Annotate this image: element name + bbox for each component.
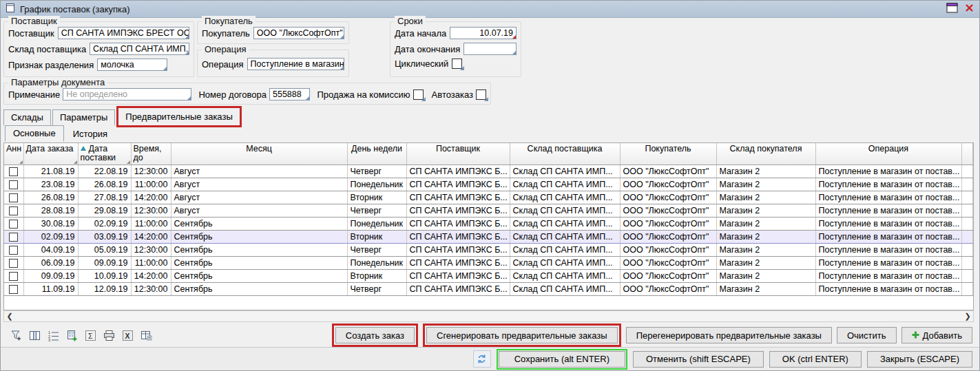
- cell-buyer_wh[interactable]: Магазин 2: [716, 269, 815, 282]
- cell-time[interactable]: 12:30:00: [131, 165, 171, 178]
- cell-supplier[interactable]: СП САНТА ИМПЭКС Б...: [406, 269, 510, 282]
- cell-operation[interactable]: Поступление в магазин от постав...: [815, 230, 961, 243]
- cell-month[interactable]: Август: [171, 165, 347, 178]
- cell-buyer[interactable]: ООО "ЛюксСофтОпт": [620, 204, 716, 217]
- cell-month[interactable]: Сентябрь: [171, 217, 347, 230]
- column-header-8[interactable]: Склад поставщика: [510, 143, 620, 165]
- cell-operation[interactable]: Поступление в магазин от постав...: [815, 165, 961, 178]
- cell-delivery_date[interactable]: 26.08.19: [78, 178, 131, 191]
- cell-delivery_date[interactable]: 27.08.19: [78, 191, 131, 204]
- table-row[interactable]: 09.09.1910.09.1914:20:00СентябрьВторникС…: [4, 269, 972, 282]
- tab-3[interactable]: Предварительные заказы: [116, 106, 241, 127]
- cell-month[interactable]: Сентябрь: [171, 243, 347, 256]
- maximize-button[interactable]: [946, 3, 958, 15]
- row-checkbox[interactable]: [9, 193, 18, 202]
- cell-buyer[interactable]: ООО "ЛюксСофтОпт": [620, 282, 716, 295]
- cell-supplier_wh[interactable]: Склад СП САНТА ИМП...: [510, 256, 620, 269]
- cell-buyer_wh[interactable]: Магазин 2: [716, 230, 815, 243]
- cell-delivery_date[interactable]: 22.08.19: [78, 165, 131, 178]
- cell-buyer_wh[interactable]: Магазин 2: [716, 256, 815, 269]
- cell-buyer[interactable]: ООО "ЛюксСофтОпт": [620, 165, 716, 178]
- export-excel-icon[interactable]: X: [121, 328, 134, 342]
- cell-order_date[interactable]: 28.08.19: [23, 204, 78, 217]
- supplier-warehouse-input[interactable]: Склад СП САНТА ИМП...: [90, 43, 189, 55]
- cell-supplier_wh[interactable]: Склад СП САНТА ИМП...: [510, 178, 620, 191]
- contract-input[interactable]: 555888: [269, 88, 310, 100]
- cell-time[interactable]: 14:20:00: [131, 191, 171, 204]
- save-button[interactable]: Сохранить (alt ENTER): [499, 351, 625, 368]
- cell-order_date[interactable]: 09.09.19: [23, 269, 78, 282]
- cell-delivery_date[interactable]: 10.09.19: [78, 269, 131, 282]
- cell-order_date[interactable]: 11.09.19: [23, 282, 78, 295]
- scroll-right-arrow-icon[interactable]: ❯: [962, 311, 973, 321]
- cell-month[interactable]: Август: [171, 178, 347, 191]
- filter-add-icon[interactable]: [9, 328, 23, 342]
- cell-operation[interactable]: Поступление в магазин от постав...: [815, 256, 961, 269]
- column-header-7[interactable]: Поставщик: [406, 143, 510, 165]
- table-row[interactable]: 02.09.1903.09.1914:20:00СентябрьВторникС…: [4, 230, 972, 243]
- cell-weekday[interactable]: Вторник: [347, 191, 406, 204]
- table-row[interactable]: 11.09.1912.09.1912:30:00СентябрьЧетвергС…: [4, 282, 972, 295]
- cell-time[interactable]: 11:00:00: [131, 217, 171, 230]
- cell-time[interactable]: 12:30:00: [131, 204, 171, 217]
- cell-operation[interactable]: Поступление в магазин от постав...: [815, 204, 961, 217]
- division-input[interactable]: молочка: [97, 59, 167, 71]
- buyer-input[interactable]: ООО "ЛюксСофтОпт": [253, 27, 344, 39]
- cell-time[interactable]: 14:20:00: [131, 230, 171, 243]
- scroll-left-arrow-icon[interactable]: ❮: [4, 311, 15, 321]
- table-row[interactable]: 26.08.1927.08.1914:20:00АвгустВторникСП …: [4, 191, 972, 204]
- cell-buyer_wh[interactable]: Магазин 2: [716, 165, 815, 178]
- end-date-input[interactable]: [463, 43, 517, 55]
- cell-buyer[interactable]: ООО "ЛюксСофтОпт": [620, 230, 716, 243]
- cell-supplier[interactable]: СП САНТА ИМПЭКС Б...: [406, 178, 510, 191]
- refresh-button[interactable]: [473, 350, 491, 368]
- cell-buyer_wh[interactable]: Магазин 2: [716, 178, 815, 191]
- cell-time[interactable]: 12:30:00: [131, 243, 171, 256]
- cell-time[interactable]: 11:00:00: [131, 256, 171, 269]
- cell-weekday[interactable]: Четверг: [347, 204, 406, 217]
- cell-delivery_date[interactable]: 02.09.19: [78, 217, 131, 230]
- cell-operation[interactable]: Поступление в магазин от постав...: [815, 243, 961, 256]
- cell-buyer_wh[interactable]: Магазин 2: [716, 204, 815, 217]
- cell-buyer[interactable]: ООО "ЛюксСофтОпт": [620, 191, 716, 204]
- row-checkbox[interactable]: [9, 246, 18, 255]
- cell-month[interactable]: Сентябрь: [171, 230, 347, 243]
- start-date-input[interactable]: 10.07.19: [450, 27, 517, 39]
- cell-buyer[interactable]: ООО "ЛюксСофтОпт": [620, 217, 716, 230]
- cell-delivery_date[interactable]: 09.09.19: [78, 256, 131, 269]
- cell-supplier[interactable]: СП САНТА ИМПЭКС Б...: [406, 256, 510, 269]
- cell-order_date[interactable]: 06.09.19: [23, 256, 78, 269]
- cell-time[interactable]: 14:20:00: [131, 269, 171, 282]
- column-header-5[interactable]: Месяц: [171, 143, 347, 165]
- close-window-button[interactable]: Закрыть (ESCAPE): [867, 351, 972, 368]
- subtab-2[interactable]: История: [65, 127, 115, 142]
- autoorder-checkbox[interactable]: [476, 89, 486, 100]
- regenerate-preorders-button[interactable]: Перегенерировать предварительные заказы: [626, 327, 832, 343]
- row-checkbox[interactable]: [9, 233, 18, 242]
- cell-month[interactable]: Август: [171, 204, 347, 217]
- cell-buyer[interactable]: ООО "ЛюксСофтОпт": [620, 178, 716, 191]
- cell-supplier[interactable]: СП САНТА ИМПЭКС Б...: [406, 191, 510, 204]
- ok-button[interactable]: OK (ctrl ENTER): [769, 351, 862, 368]
- cell-buyer[interactable]: ООО "ЛюксСофтОпт": [620, 269, 716, 282]
- cell-weekday[interactable]: Четверг: [347, 165, 406, 178]
- subtab-1[interactable]: Основные: [5, 125, 64, 142]
- cell-order_date[interactable]: 23.08.19: [23, 178, 78, 191]
- cell-supplier[interactable]: СП САНТА ИМПЭКС Б...: [406, 243, 510, 256]
- cell-supplier_wh[interactable]: Склад СП САНТА ИМП...: [510, 230, 620, 243]
- cell-supplier[interactable]: СП САНТА ИМПЭКС Б...: [406, 282, 510, 295]
- cell-supplier_wh[interactable]: Склад СП САНТА ИМП...: [510, 191, 620, 204]
- column-header-9[interactable]: Покупатель: [620, 143, 716, 165]
- row-checkbox[interactable]: [9, 220, 18, 229]
- cell-supplier_wh[interactable]: Склад СП САНТА ИМП...: [510, 243, 620, 256]
- numbered-list-icon[interactable]: 123: [46, 328, 60, 342]
- cell-month[interactable]: Сентябрь: [171, 282, 347, 295]
- cell-order_date[interactable]: 04.09.19: [23, 243, 78, 256]
- table-row[interactable]: 04.09.1905.09.1912:30:00СентябрьЧетвергС…: [4, 243, 972, 256]
- generate-preorders-button[interactable]: Сгенерировать предварительные заказы: [426, 327, 618, 343]
- cell-buyer_wh[interactable]: Магазин 2: [716, 282, 815, 295]
- table-row[interactable]: 30.08.1902.09.1911:00:00СентябрьПонедель…: [4, 217, 972, 230]
- sum-sigma-icon[interactable]: Σ: [83, 328, 97, 342]
- cell-order_date[interactable]: 26.08.19: [23, 191, 78, 204]
- cell-month[interactable]: Август: [171, 191, 347, 204]
